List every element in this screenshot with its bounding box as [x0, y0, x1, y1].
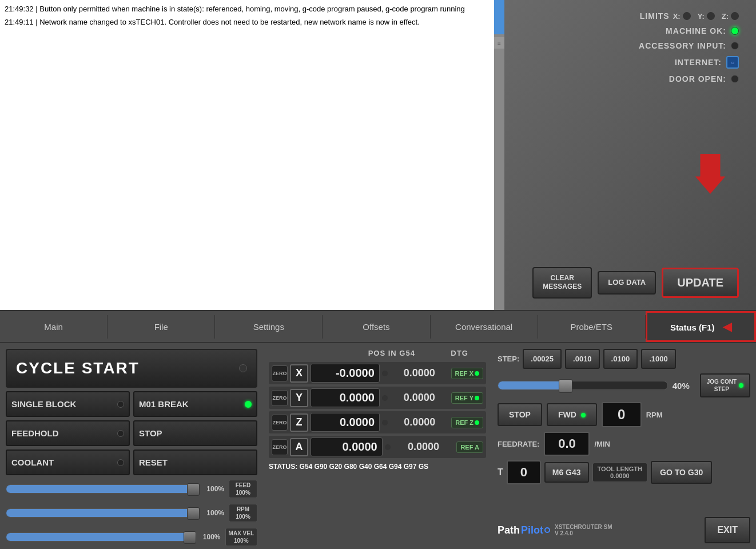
message-line-1: 21:49:32 | Button only permitted when ma…	[5, 5, 500, 13]
status-value: G54 G90 G20 G80 G40 G64 G94 G97 GS	[300, 463, 428, 471]
machine-ok-row: MACHINE OK:	[522, 26, 739, 35]
message-log[interactable]: 21:49:32 | Button only permitted when ma…	[0, 0, 504, 310]
clear-messages-button[interactable]: CLEAR MESSAGES	[532, 267, 592, 299]
feedrate-row: FEEDRATE: 0.0 /MIN	[498, 432, 750, 456]
maxvel-slider-row: 100% MAX VEL 100%	[6, 527, 257, 547]
machine-name: XSTECHROUTER SM	[555, 524, 612, 530]
tool-number: 0	[507, 460, 541, 484]
single-block-button[interactable]: SINGLE BLOCK	[6, 391, 130, 417]
x-axis-label: X:	[673, 12, 681, 21]
x-zero-button[interactable]: ZERO	[272, 365, 288, 381]
tool-length-label: TOOL LENGTH	[598, 466, 642, 472]
jog-cont-step-button[interactable]: JOG CONT STEP	[700, 373, 750, 397]
z-led-group: Z:	[722, 12, 739, 21]
machine-version: V 2.4.0	[555, 530, 612, 536]
feed-slider-fill	[6, 485, 193, 493]
maxvel-slider-track[interactable]	[6, 532, 190, 542]
status-panel-buttons: CLEAR MESSAGES LOG DATA UPDATE	[522, 267, 739, 299]
status-indicators: LIMITS X: Y: Z:	[522, 11, 739, 83]
a-pos-dot	[385, 444, 391, 450]
a-ref-button[interactable]: REF A	[456, 441, 483, 453]
rpm-pct-label: 100%	[198, 509, 224, 517]
x-ref-button[interactable]: REF X	[451, 368, 483, 379]
message-area: 21:49:32 | Button only permitted when ma…	[0, 0, 504, 310]
feed-slider-thumb[interactable]	[187, 483, 200, 496]
jog-slider-row: 40% JOG CONT STEP	[498, 373, 750, 397]
jog-slider[interactable]	[498, 381, 668, 390]
reset-button[interactable]: RESET	[133, 449, 257, 475]
stop-spindle-button[interactable]: STOP	[498, 403, 542, 426]
door-open-led	[731, 75, 739, 83]
feed-slider-track[interactable]	[6, 484, 194, 494]
controls-panel: CYCLE START SINGLE BLOCK M01 BREAK FEEDH…	[0, 343, 263, 549]
pathpilot-logo: Path Pilot	[498, 524, 550, 536]
log-data-button[interactable]: LOG DATA	[598, 271, 656, 295]
y-pos-value: 0.0000	[311, 388, 380, 407]
a-zero-button[interactable]: ZERO	[272, 439, 288, 455]
x-dtg-value: 0.0000	[390, 367, 449, 379]
m01-break-button[interactable]: M01 BREAK	[133, 391, 257, 417]
feedhold-dot	[117, 430, 124, 437]
machine-ok-label: MACHINE OK:	[666, 26, 726, 35]
maxvel-slider-fill	[6, 533, 190, 541]
tab-settings[interactable]: Settings	[215, 315, 323, 339]
exit-button[interactable]: EXIT	[705, 517, 750, 543]
m6g43-button[interactable]: M6 G43	[544, 462, 589, 483]
single-block-dot	[117, 401, 124, 408]
tool-row: T 0 M6 G43 TOOL LENGTH 0.0000 GO TO G30	[498, 460, 750, 484]
y-led-group: Y:	[698, 12, 715, 21]
m01-break-dot	[245, 401, 252, 408]
goto-g30-button[interactable]: GO TO G30	[651, 461, 712, 484]
tool-length-value: 0.0000	[610, 472, 630, 479]
step-btn-4[interactable]: .1000	[641, 349, 676, 369]
machine-ok-led	[731, 27, 739, 35]
internet-led	[726, 56, 739, 69]
coolant-dot	[117, 459, 124, 466]
step-btn-3[interactable]: .0100	[603, 349, 638, 369]
tab-file[interactable]: File	[108, 315, 215, 339]
feedhold-button[interactable]: FEEDHOLD	[6, 420, 130, 446]
scrollbar-grip[interactable]	[494, 37, 504, 49]
rpm-slider-track[interactable]	[6, 508, 194, 518]
z-ref-button[interactable]: REF Z	[451, 417, 483, 428]
coolant-button[interactable]: COOLANT	[6, 449, 130, 475]
scrollbar-track[interactable]	[494, 0, 504, 310]
x-led-group: X:	[673, 12, 691, 21]
jog-slider-fill	[498, 381, 566, 389]
tab-status[interactable]: Status (F1) ◀	[646, 311, 756, 342]
update-button[interactable]: UPDATE	[662, 268, 739, 298]
cycle-start-dot	[239, 364, 247, 372]
dtg-label: DTG	[451, 349, 468, 357]
step-btn-2[interactable]: .0010	[565, 349, 600, 369]
accessory-input-led	[731, 42, 739, 50]
y-zero-button[interactable]: ZERO	[272, 390, 288, 406]
z-pos-value: 0.0000	[311, 413, 380, 432]
jog-slider-thumb[interactable]	[559, 379, 572, 393]
feedhold-row: FEEDHOLD STOP	[6, 420, 257, 446]
accessory-input-label: ACCESSORY INPUT:	[639, 41, 726, 50]
step-btn-1[interactable]: .00025	[523, 349, 562, 369]
scrollbar-thumb[interactable]	[494, 0, 504, 34]
cycle-start-button[interactable]: CYCLE START	[6, 349, 257, 388]
internet-row: INTERNET:	[522, 56, 739, 69]
z-zero-button[interactable]: ZERO	[272, 415, 288, 431]
tab-probe-ets[interactable]: Probe/ETS	[538, 315, 646, 339]
tab-main[interactable]: Main	[0, 315, 108, 339]
jog-pct-label: 40%	[673, 381, 695, 391]
maxvel-slider-thumb[interactable]	[184, 531, 196, 544]
rpm-slider-thumb[interactable]	[187, 507, 200, 520]
rpm-display: 0	[602, 402, 642, 427]
z-pos-row: ZERO Z 0.0000 0.0000 REF Z	[269, 411, 486, 433]
t-label: T	[498, 467, 503, 478]
z-pos-dot	[382, 420, 388, 425]
status-panel: LIMITS X: Y: Z:	[504, 0, 756, 310]
tab-conversational[interactable]: Conversational	[431, 315, 538, 339]
stop-button[interactable]: STOP	[133, 420, 257, 446]
y-led	[707, 12, 715, 20]
y-ref-button[interactable]: REF Y	[451, 392, 483, 404]
limits-row: LIMITS X: Y: Z:	[522, 11, 739, 21]
pos-header-spacer	[287, 349, 332, 357]
tabs-bar: Main File Settings Offsets Conversationa…	[0, 310, 756, 343]
fwd-button[interactable]: FWD	[547, 403, 597, 426]
tab-offsets[interactable]: Offsets	[323, 315, 430, 339]
